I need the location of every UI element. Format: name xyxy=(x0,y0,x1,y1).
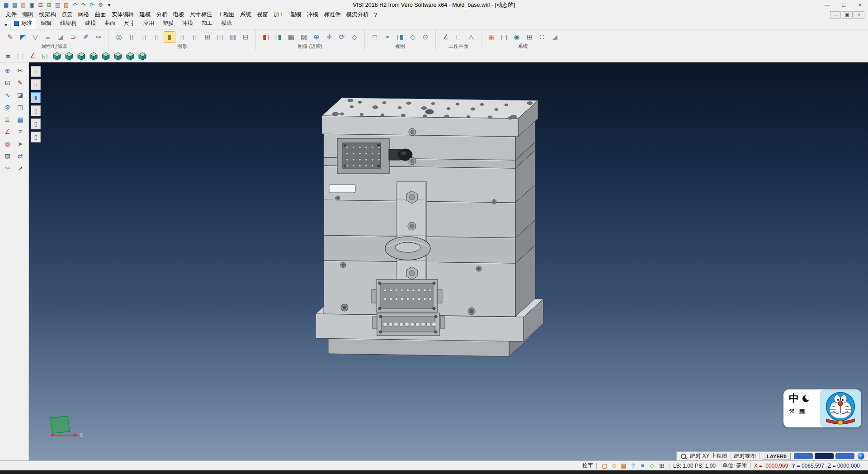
view-cube-front-icon[interactable] xyxy=(64,51,75,61)
angle-tool-icon[interactable]: ∠ xyxy=(2,126,13,137)
units-readout[interactable]: 单位: 毫米 xyxy=(722,462,747,469)
workplane-align-icon[interactable]: ∟ xyxy=(453,31,464,43)
render-wireframe-icon[interactable]: ▦ xyxy=(285,31,297,43)
search-icon[interactable] xyxy=(680,453,687,460)
status-bulb-icon[interactable]: ⊙ xyxy=(609,462,619,470)
workplane-xy-icon[interactable]: ∠ xyxy=(440,31,452,43)
graphics-box-4-icon[interactable]: ⊟ xyxy=(240,31,251,43)
tab-10[interactable]: 模流 xyxy=(217,18,236,29)
menu-item-16[interactable]: 冲模 xyxy=(304,10,321,19)
graphics-cylinder-2-icon[interactable]: ▯ xyxy=(138,31,150,43)
copy-icon[interactable]: ▥ xyxy=(53,1,62,9)
render-shaded-green-icon[interactable]: ◨ xyxy=(273,31,284,43)
tab-4[interactable]: 曲面 xyxy=(100,18,119,29)
tab-0[interactable]: 标准 xyxy=(10,18,36,29)
system-colors-icon[interactable]: ▦ xyxy=(486,31,497,43)
filter-funnel-icon[interactable]: ▽ xyxy=(29,31,41,43)
view-iso-icon[interactable]: ◇ xyxy=(349,31,360,43)
menu-item-14[interactable]: 加工 xyxy=(271,10,288,19)
viewbar-menu-icon[interactable]: ≡ xyxy=(3,51,14,61)
settings-icon[interactable]: ⚙ xyxy=(96,1,105,9)
viewport-canvas[interactable]: ▯▯▮▯▯▯ X 中 ⚒ ▦ xyxy=(29,62,868,460)
tabbar-dropdown-icon[interactable]: ▾ xyxy=(2,20,10,29)
save-icon[interactable]: ▣ xyxy=(28,1,36,9)
graphics-box-2-icon[interactable]: ◫ xyxy=(214,31,226,43)
filter-eraser-icon[interactable]: ◪ xyxy=(55,31,66,43)
system-slope-icon[interactable]: ◢ xyxy=(549,31,561,43)
layer-button[interactable]: LAYER0 xyxy=(763,453,791,460)
tab-6[interactable]: 应用 xyxy=(139,18,158,29)
filter-panel-1-icon[interactable]: ▯ xyxy=(31,66,41,77)
menu-item-13[interactable]: 视窗 xyxy=(254,10,271,19)
export-tool-icon[interactable]: ↗ xyxy=(15,163,26,174)
system-globe-icon[interactable]: ◉ xyxy=(511,31,523,43)
view-cube-top-icon[interactable] xyxy=(113,51,123,61)
app-icon[interactable]: ▦ xyxy=(2,1,10,9)
globe-icon[interactable] xyxy=(858,453,864,460)
pencil-tool-icon[interactable]: ✎ xyxy=(15,77,26,88)
redo-icon[interactable]: ↷ xyxy=(79,1,88,9)
graphics-box-3-icon[interactable]: ▥ xyxy=(227,31,239,43)
graphics-cylinder-active-icon[interactable]: ▮ xyxy=(164,31,175,43)
view-cube-back-icon[interactable] xyxy=(76,51,87,61)
system-display-icon[interactable]: ▢ xyxy=(498,31,510,43)
system-table-icon[interactable]: ⊞ xyxy=(524,31,535,43)
view-cube-iso-icon[interactable] xyxy=(52,51,62,61)
tab-3[interactable]: 建模 xyxy=(81,18,100,29)
absolute-view-button[interactable]: 绝对视图 xyxy=(734,452,756,460)
undo-icon[interactable]: ↶ xyxy=(71,1,79,9)
view-mode-button[interactable]: 绝对 XY 上视图 xyxy=(690,452,727,460)
mdi-close-button[interactable]: × xyxy=(854,11,864,19)
status-help-icon[interactable]: ? xyxy=(628,462,638,470)
ime-mode-button[interactable]: 中 xyxy=(789,393,799,404)
graphics-box-1-icon[interactable]: ⊞ xyxy=(202,31,213,43)
view-rotate-icon[interactable]: ⟳ xyxy=(336,31,348,43)
tab-7[interactable]: 塑膜 xyxy=(159,18,178,29)
viewbar-axes-icon[interactable]: ∠ xyxy=(27,51,38,61)
zoom-tool-icon[interactable]: ⊕ xyxy=(2,65,13,76)
notes-tool-icon[interactable]: ▤ xyxy=(15,114,26,125)
layer-color-swatch-0[interactable] xyxy=(794,453,813,459)
toolbar-options-icon[interactable]: ▾ xyxy=(105,1,113,9)
layer-color-swatch-1[interactable] xyxy=(815,453,834,459)
layers-tool-icon[interactable]: ≡ xyxy=(15,126,26,137)
status-grid-icon[interactable]: ⊞ xyxy=(657,462,666,470)
open-file-icon[interactable]: ▨ xyxy=(19,1,28,9)
filter-panel-6-icon[interactable]: ▯ xyxy=(31,132,41,142)
graphics-cylinder-1-icon[interactable]: ▯ xyxy=(126,31,137,43)
ime-tools-icon[interactable]: ⚒ xyxy=(789,408,795,415)
filter-panel-4-icon[interactable]: ▯ xyxy=(31,105,41,116)
mirror-tool-icon[interactable]: ◫ xyxy=(15,102,26,113)
status-cube-icon[interactable]: ◇ xyxy=(647,462,657,470)
refresh-icon[interactable]: ⟳ xyxy=(88,1,96,9)
print-preview-icon[interactable]: ⊞ xyxy=(45,1,53,9)
menu-item-19[interactable]: ? xyxy=(372,11,380,19)
view-pan-icon[interactable]: ✛ xyxy=(323,31,335,43)
filter-picker-icon[interactable]: ✐ xyxy=(80,31,92,43)
filter-panel-5-icon[interactable]: ▯ xyxy=(31,118,41,129)
properties-pencil-icon[interactable]: ✎ xyxy=(4,31,16,43)
print-icon[interactable]: ⊟ xyxy=(36,1,45,9)
lock-toggle[interactable]: 拴牢 xyxy=(582,462,593,469)
ime-keyboard-icon[interactable]: ▦ xyxy=(799,408,805,415)
view-axon-icon[interactable]: ◇ xyxy=(407,31,419,43)
mdi-minimize-button[interactable]: — xyxy=(830,11,841,19)
tab-8[interactable]: 冲模 xyxy=(178,18,197,29)
menu-item-18[interactable]: 模流分析 xyxy=(344,10,372,19)
view-cube-left-icon[interactable] xyxy=(88,51,99,61)
render-shaded-red-icon[interactable]: ◧ xyxy=(260,31,272,43)
tab-1[interactable]: 编辑 xyxy=(37,18,56,29)
curve-tool-icon[interactable]: ∿ xyxy=(2,90,13,100)
menu-item-12[interactable]: 系统 xyxy=(237,10,254,19)
ime-toolbar[interactable]: 中 ⚒ ▦ xyxy=(783,389,861,427)
menu-item-15[interactable]: 塑模 xyxy=(288,10,304,19)
tab-9[interactable]: 加工 xyxy=(198,18,217,29)
menu-item-17[interactable]: 标准件 xyxy=(321,10,344,19)
filter-magnet-icon[interactable]: ⊃ xyxy=(67,31,79,43)
maximize-button[interactable]: □ xyxy=(835,0,852,10)
filter-panel-2-icon[interactable]: ▯ xyxy=(31,79,41,90)
view-front-icon[interactable]: □ xyxy=(369,31,381,43)
view-cube-bottom-icon[interactable] xyxy=(125,51,136,61)
target-tool-icon[interactable]: ◎ xyxy=(2,138,13,149)
eraser-tool-icon[interactable]: ◪ xyxy=(15,90,26,100)
